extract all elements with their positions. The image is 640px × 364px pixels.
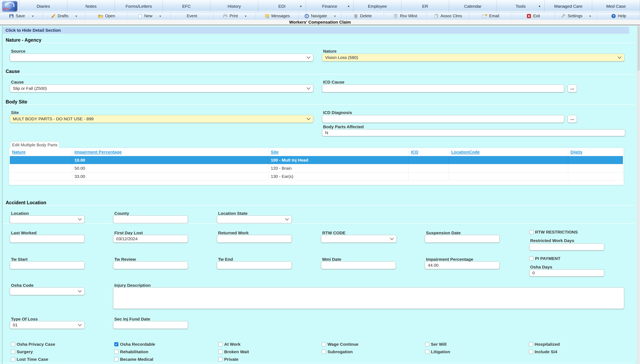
osha-code-select[interactable] — [10, 288, 85, 295]
include-si4-checkbox[interactable]: ✓Include Si4 — [529, 349, 557, 354]
table-row[interactable]: 50.00120 - Brain — [10, 164, 623, 172]
broken-wait-checkbox[interactable]: ✓Broken Wait — [218, 349, 249, 354]
tw-review-input[interactable] — [113, 261, 188, 269]
osha-recordable-checkbox[interactable]: ✓Osha Recordable — [114, 342, 155, 347]
logo-cell: ATS — [0, 0, 20, 12]
menu-tab-notes[interactable]: Notes — [67, 0, 115, 12]
assoc-clms-button[interactable]: Assoc Clms — [427, 12, 469, 19]
osha-privacy-case-checkbox[interactable]: ✓Osha Privacy Case — [11, 342, 55, 347]
rtw-code-label: RTW CODE — [322, 230, 346, 235]
menu-tab-tools[interactable]: Tools▾ — [497, 0, 545, 12]
county-input[interactable] — [113, 216, 188, 223]
last-worked-input[interactable] — [10, 235, 85, 243]
at-work-checkbox[interactable]: ✓At Work — [218, 342, 240, 347]
menu-tab-calendar[interactable]: Calendar — [449, 0, 497, 12]
body-parts-affected-input[interactable]: N — [322, 129, 625, 136]
nature-select[interactable]: Vision Loss (580) — [322, 54, 624, 62]
cause-select[interactable]: Slip or Fall (Z500) — [10, 84, 313, 92]
help-button[interactable]: ?Help — [597, 12, 640, 19]
menu-tab-forms-letters[interactable]: Forms/Letters — [115, 0, 163, 12]
first-day-lost-input[interactable]: 03/12/2024 — [113, 235, 188, 243]
checkbox-label: Lost Time Case — [17, 357, 48, 362]
restricted-work-days-input[interactable] — [529, 244, 604, 250]
became-medical-checkbox[interactable]: ✓Became Medical — [114, 357, 153, 362]
lost-time-case-checkbox[interactable]: ✓Lost Time Case — [11, 357, 48, 362]
column-header-icd[interactable]: ICD — [409, 148, 449, 156]
location-state-select[interactable] — [217, 216, 292, 223]
column-header-link: Nature — [12, 150, 26, 154]
icd-diagnosis-browse-button[interactable]: ... — [568, 115, 577, 123]
event-button[interactable]: Event — [171, 12, 213, 19]
site-select[interactable]: MULT BODY PARTS - DO NOT USE - 899 — [10, 115, 313, 123]
type-of-loss-select[interactable]: 01 — [10, 321, 85, 329]
new-button[interactable]: New▾ — [128, 12, 171, 19]
menu-tab-efc[interactable]: EFC — [163, 0, 211, 12]
toolbar-button-label: Assoc Clms — [440, 14, 462, 18]
rsv-wkst-button[interactable]: Rsv Wkst — [384, 12, 427, 19]
table-cell — [409, 172, 449, 180]
osha-days-input[interactable]: 0 — [529, 270, 604, 276]
menu-tab-managed-care[interactable]: Managed Care — [545, 0, 592, 12]
column-header-site[interactable]: Site — [268, 148, 409, 156]
column-header-locationcode[interactable]: LocationCode — [449, 148, 568, 156]
menu-tab-er[interactable]: ER — [401, 0, 449, 12]
menu-tab-edi[interactable]: EDI▾ — [258, 0, 306, 12]
column-header-digits[interactable]: Digits — [568, 148, 623, 156]
exit-button[interactable]: Exit — [512, 12, 555, 19]
sec-inj-fund-date-input[interactable] — [113, 321, 188, 329]
scrollbar-thumb[interactable] — [638, 26, 639, 71]
litigation-checkbox[interactable]: ✓Litigation — [425, 349, 450, 354]
hospitalized-checkbox[interactable]: ✓Hospitalized — [529, 342, 560, 347]
table-cell — [409, 164, 449, 172]
rtw-code-select[interactable] — [321, 235, 397, 243]
open-button[interactable]: Open — [85, 12, 128, 19]
menu-tab-diaries[interactable]: Diaries — [20, 0, 67, 12]
navigate-button[interactable]: Navigate▾ — [299, 12, 341, 19]
icd-diagnosis-input[interactable] — [322, 115, 564, 123]
mmi-date-input[interactable] — [321, 261, 396, 269]
column-header-impairment-percentage[interactable]: Impairment Percentage — [72, 148, 268, 156]
print-button[interactable]: Print▾ — [213, 12, 256, 19]
icd-cause-browse-button[interactable]: ... — [568, 84, 577, 92]
chevron-down-icon: ▾ — [159, 14, 161, 18]
messages-button[interactable]: @Messages — [256, 12, 299, 19]
delete-button[interactable]: Delete — [341, 12, 384, 19]
pi-payment-checkbox[interactable]: ✓ PI PAYMENT — [529, 256, 560, 261]
menu-tab-employee[interactable]: Employee — [354, 0, 401, 12]
column-header-nature[interactable]: Nature — [10, 148, 72, 156]
injury-description-textarea[interactable] — [113, 288, 624, 309]
email-button[interactable]: Email — [469, 12, 512, 19]
ser-will-checkbox[interactable]: ✓Ser Will — [425, 342, 447, 347]
menu-tab-finance[interactable]: Finance▾ — [306, 0, 354, 12]
edit-multiple-body-parts-tab[interactable]: Edit Multiple Body Parts — [10, 142, 59, 148]
source-select[interactable] — [10, 54, 313, 62]
menu-tab-label: Employee — [368, 4, 387, 9]
table-row[interactable]: 10.00100 - Mult Inj Head — [10, 156, 623, 164]
subrogation-checkbox[interactable]: ✓Subrogation — [322, 349, 353, 354]
settings-button[interactable]: Settings▾ — [555, 12, 597, 19]
suspension-date-input[interactable] — [425, 235, 500, 243]
toolbar-button-label: Rsv Wkst — [400, 14, 417, 18]
tw-start-input[interactable] — [10, 261, 85, 269]
table-row[interactable]: 33.00130 - Ear(s) — [10, 172, 623, 180]
impairment-percentage-input[interactable]: 44.00 — [425, 261, 500, 269]
hide-detail-toggle[interactable]: Click to Hide Detail Section — [3, 27, 629, 34]
rtw-restrictions-checkbox[interactable]: ✓ RTW RESTRICTIONS — [529, 230, 578, 234]
menu-tab-med-case[interactable]: Med Case — [592, 0, 640, 12]
returned-work-input[interactable] — [217, 235, 292, 243]
tw-end-input[interactable] — [217, 261, 292, 269]
menu-bar-tabs: DiariesNotesForms/LettersEFCHistoryEDI▾F… — [20, 0, 640, 12]
save-button[interactable]: Save▾ — [0, 12, 43, 19]
menu-tab-history[interactable]: History — [210, 0, 258, 12]
vertical-scrollbar[interactable] — [637, 26, 640, 364]
wage-continue-checkbox[interactable]: ✓Wage Continue — [322, 342, 359, 347]
icd-cause-input[interactable] — [322, 84, 564, 92]
table-cell — [568, 172, 623, 180]
checkbox-label: Subrogation — [328, 349, 353, 354]
location-select[interactable] — [10, 216, 85, 223]
drafts-button[interactable]: Drafts▾ — [43, 12, 86, 19]
surgery-checkbox[interactable]: ✓Surgery — [11, 349, 33, 354]
private-checkbox[interactable]: ✓Private — [218, 357, 238, 362]
nature-label: Nature — [323, 49, 337, 54]
rehabilitation-checkbox[interactable]: ✓Rehabilitation — [114, 349, 148, 354]
